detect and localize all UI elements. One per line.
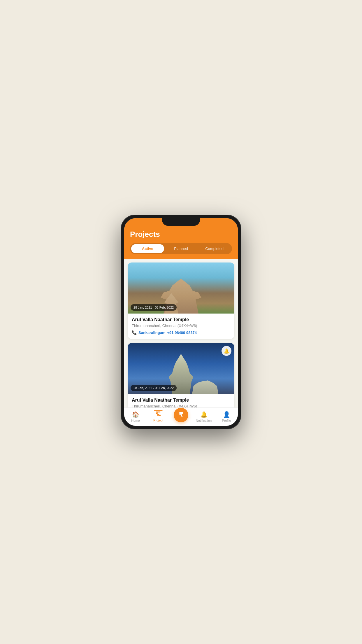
notification-icon: 🔔 (200, 411, 208, 418)
rupee-icon: ₹ (179, 411, 183, 419)
nav-project[interactable]: 🏗 Project (147, 410, 170, 423)
phone-screen: Projects Active Planned Completed 28 Jan… (124, 218, 238, 426)
project-card-1[interactable]: 28 Jan, 2021 - 03 Feb, 2022 Arul Valla N… (128, 262, 234, 339)
card-title-2: Arul Valla Naathar Temple (132, 398, 230, 403)
contact-name-1: Sankaralingam (138, 330, 166, 335)
bottom-nav: 🏠 Home 🏗 Project ₹ 🔔 Notification 👤 Prof… (124, 407, 238, 426)
nav-home-label: Home (131, 419, 140, 422)
card-location-2: Thirumanancheri, Chennai (X4X4+W6) (132, 404, 230, 407)
card-body-2: Arul Valla Naathar Temple Thirumanancher… (128, 394, 234, 407)
tab-planned[interactable]: Planned (165, 244, 198, 253)
profile-icon: 👤 (223, 411, 230, 418)
home-icon: 🏠 (132, 411, 139, 418)
nav-profile[interactable]: 👤 Profile (215, 410, 238, 423)
card-contact-1[interactable]: 📞 Sankaralingam +91 98409 98374 (132, 330, 230, 335)
card-image-2: 🔔 28 Jan, 2021 - 03 Feb, 2022 (128, 343, 234, 394)
date-badge-1: 28 Jan, 2021 - 03 Feb, 2022 (131, 304, 177, 311)
project-icon: 🏗 (155, 411, 161, 418)
content-area: 28 Jan, 2021 - 03 Feb, 2022 Arul Valla N… (124, 259, 238, 407)
contact-phone-1: +91 98409 98374 (167, 330, 197, 335)
tab-completed[interactable]: Completed (198, 244, 231, 253)
nav-rupee[interactable]: ₹ (170, 410, 192, 423)
rupee-button[interactable]: ₹ (174, 408, 188, 422)
active-indicator (154, 410, 163, 411)
phone-frame: Projects Active Planned Completed 28 Jan… (121, 215, 241, 429)
nav-notification[interactable]: 🔔 Notification (192, 410, 215, 423)
date-badge-2: 28 Jan, 2021 - 03 Feb, 2022 (131, 385, 177, 391)
notch (162, 218, 200, 226)
tab-active[interactable]: Active (131, 244, 164, 253)
card-image-1: 28 Jan, 2021 - 03 Feb, 2022 (128, 262, 234, 314)
project-card-2[interactable]: 🔔 28 Jan, 2021 - 03 Feb, 2022 Arul Valla… (128, 343, 234, 407)
nav-home[interactable]: 🏠 Home (124, 410, 147, 423)
card-title-1: Arul Valla Naathar Temple (132, 317, 230, 322)
nav-profile-label: Profile (222, 419, 231, 422)
nav-notification-label: Notification (196, 419, 212, 422)
phone-icon-1: 📞 (132, 330, 137, 335)
tab-bar: Active Planned Completed (130, 243, 232, 254)
card-location-1: Thirumanancheri, Chennai (X4X4+W6) (132, 323, 230, 328)
page-title: Projects (130, 229, 232, 239)
card-body-1: Arul Valla Naathar Temple Thirumanancher… (128, 314, 234, 339)
nav-project-label: Project (153, 419, 163, 422)
notification-bell[interactable]: 🔔 (222, 346, 231, 356)
